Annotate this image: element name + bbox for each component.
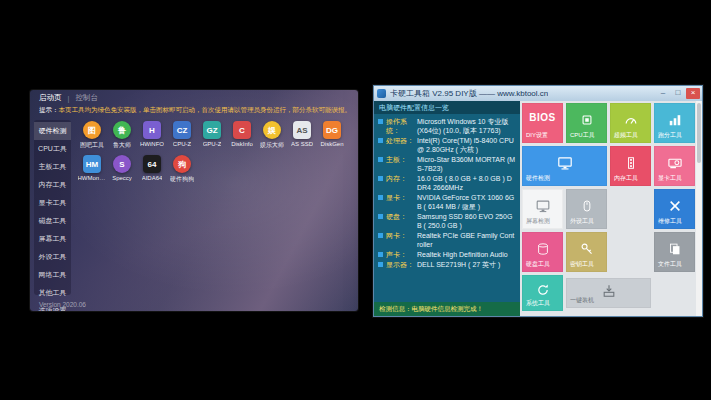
info-row: 内存：16.0 GB ( 8.0 GB + 8.0 GB ) DDR4 2666… <box>378 174 516 192</box>
info-rows: 操作系统：Microsoft Windows 10 专业版 (X64位) (10… <box>374 114 520 269</box>
tab-start-page[interactable]: 启动页 <box>39 93 62 103</box>
info-row: 硬盘：Samsung SSD 860 EVO 250GB ( 250.0 GB … <box>378 212 516 230</box>
tile-label: 超频工具 <box>614 131 638 140</box>
app-icon: H <box>143 121 161 139</box>
app-shortcut[interactable]: 64AIDA64 <box>137 155 167 184</box>
tile-big-text: BIOS <box>522 112 563 123</box>
tab-console[interactable]: 控制台 <box>75 93 98 103</box>
app-shortcut[interactable]: GZGPU-Z <box>197 121 227 150</box>
tile-label: 外设工具 <box>570 217 594 226</box>
info-label: 显卡： <box>386 193 417 211</box>
tile-label: CPU工具 <box>570 131 595 140</box>
info-label: 内存： <box>386 174 417 192</box>
sidebar-item[interactable]: 硬件检测 <box>34 122 71 140</box>
info-value: Realtek High Definition Audio <box>417 250 516 259</box>
app-shortcut[interactable]: SSpeccy <box>107 155 137 184</box>
tile-install[interactable]: 一键装机 <box>566 278 651 308</box>
tile-periph[interactable]: 外设工具 <box>566 189 607 229</box>
app-label: AS SSD <box>291 141 313 147</box>
sidebar-item[interactable]: 磁盘工具 <box>34 212 71 230</box>
cpu-icon <box>580 113 594 127</box>
tile-label: 维修工具 <box>658 217 682 226</box>
notice-bar: 提示：本页工具均为绿色免安装版，单击图标即可启动，首次使用请以管理员身份运行，部… <box>39 105 354 114</box>
sidebar-item[interactable]: 主板工具 <box>34 158 71 176</box>
tile-gpu[interactable]: 显卡工具 <box>654 146 695 186</box>
sidebar-item[interactable]: 网络工具 <box>34 266 71 284</box>
info-label: 显示器： <box>386 260 417 269</box>
scrollbar[interactable] <box>696 101 702 316</box>
tile-overclock[interactable]: 超频工具 <box>610 103 651 143</box>
version-label: Version 2020.06 <box>39 301 86 308</box>
info-label: 操作系统： <box>386 117 417 135</box>
tile-label: 硬件检测 <box>526 174 550 183</box>
maximize-button[interactable]: □ <box>671 88 685 99</box>
memory-icon <box>624 156 637 169</box>
app-shortcut[interactable]: 鲁鲁大师 <box>107 121 137 150</box>
scrollbar-thumb[interactable] <box>697 103 701 163</box>
sidebar-item[interactable]: 外设工具 <box>34 248 71 266</box>
app-label: 图吧工具 <box>80 141 104 150</box>
info-label: 主板： <box>386 155 417 173</box>
app-shortcut[interactable]: 狗硬件狗狗 <box>167 155 197 184</box>
tile-label: 屏幕检测 <box>526 217 550 226</box>
tile-label: 系统工具 <box>526 299 550 308</box>
launcher-apps-row2: HMHWMonitorSSpeccy64AIDA64狗硬件狗狗 <box>77 155 355 184</box>
tile-key[interactable]: 密钥工具 <box>566 232 607 272</box>
tile-cpu[interactable]: CPU工具 <box>566 103 607 143</box>
tile-benchmark[interactable]: 跑分工具 <box>654 103 695 143</box>
launcher-window: 启动页 | 控制台 提示：本页工具均为绿色免安装版，单击图标即可启动，首次使用请… <box>30 90 358 311</box>
info-value: NVIDIA GeForce GTX 1060 6GB ( 6144 MB / … <box>417 193 516 211</box>
app-shortcut[interactable]: DGDiskGen <box>317 121 347 150</box>
desktop: 启动页 | 控制台 提示：本页工具均为绿色免安装版，单击图标即可启动，首次使用请… <box>0 0 711 400</box>
minimize-button[interactable]: – <box>656 88 670 99</box>
tile-screen[interactable]: 屏幕检测 <box>522 189 563 229</box>
app-label: AIDA64 <box>142 175 163 181</box>
tile-memory[interactable]: 内存工具 <box>610 146 651 186</box>
tile-repair[interactable]: 维修工具 <box>654 189 695 229</box>
tile-detect[interactable]: 硬件检测 <box>522 146 607 186</box>
app-label: 鲁大师 <box>113 141 131 150</box>
launcher-apps: 图图吧工具鲁鲁大师HHWiNFOCZCPU-ZGZGPU-ZCDiskInfo娱… <box>77 121 355 189</box>
window-controls: – □ × <box>656 88 700 99</box>
tile-bios[interactable]: BIOSDIY设置 <box>522 103 563 143</box>
app-label: DiskGen <box>320 141 343 147</box>
notice-label: 提示： <box>39 106 59 113</box>
info-value: DELL SE2719H ( 27 英寸 ) <box>417 260 516 269</box>
title-bar[interactable]: 卡硬工具箱 V2.95 DIY版 —— www.kbtool.cn – □ × <box>374 86 702 101</box>
info-label: 网卡： <box>386 231 417 249</box>
app-shortcut[interactable]: CDiskInfo <box>227 121 257 150</box>
sidebar-item[interactable]: 其他工具 <box>34 284 71 302</box>
sidebar-item[interactable]: 内存工具 <box>34 176 71 194</box>
close-button[interactable]: × <box>686 88 700 99</box>
app-shortcut[interactable]: HMHWMonitor <box>77 155 107 184</box>
app-label: DiskInfo <box>231 141 253 147</box>
app-shortcut[interactable]: 娱娱乐大师 <box>257 121 287 150</box>
hardware-info-panel: 电脑硬件配置信息一览 操作系统：Microsoft Windows 10 专业版… <box>374 101 520 316</box>
app-label: GPU-Z <box>203 141 222 147</box>
bullet-icon <box>378 233 383 238</box>
bullet-icon <box>378 138 383 143</box>
sidebar-item[interactable]: 显卡工具 <box>34 194 71 212</box>
bullet-icon <box>378 195 383 200</box>
files-icon <box>668 242 681 255</box>
info-row: 处理器：Intel(R) Core(TM) i5-8400 CPU @ 2.80… <box>378 136 516 154</box>
app-shortcut[interactable]: HHWiNFO <box>137 121 167 150</box>
app-shortcut[interactable]: CZCPU-Z <box>167 121 197 150</box>
sidebar-item[interactable]: CPU工具 <box>34 140 71 158</box>
bars-icon <box>668 113 682 127</box>
app-label: HWMonitor <box>78 175 107 181</box>
info-value: Realtek PCIe GBE Family Controller <box>417 231 516 249</box>
app-label: CPU-Z <box>173 141 191 147</box>
screen-icon <box>535 198 550 213</box>
app-shortcut[interactable]: ASAS SSD <box>287 121 317 150</box>
tile-system[interactable]: 系统工具 <box>522 275 563 311</box>
bullet-icon <box>378 176 383 181</box>
sidebar-item[interactable]: 屏幕工具 <box>34 230 71 248</box>
tiles-grid: BIOSDIY设置CPU工具超频工具跑分工具硬件检测内存工具显卡工具屏幕检测外设… <box>520 101 696 316</box>
tile-disk[interactable]: 硬盘工具 <box>522 232 563 272</box>
app-icon: C <box>233 121 251 139</box>
app-shortcut[interactable]: 图图吧工具 <box>77 121 107 150</box>
bullet-icon <box>378 252 383 257</box>
tile-files[interactable]: 文件工具 <box>654 232 695 272</box>
app-icon: 64 <box>143 155 161 173</box>
